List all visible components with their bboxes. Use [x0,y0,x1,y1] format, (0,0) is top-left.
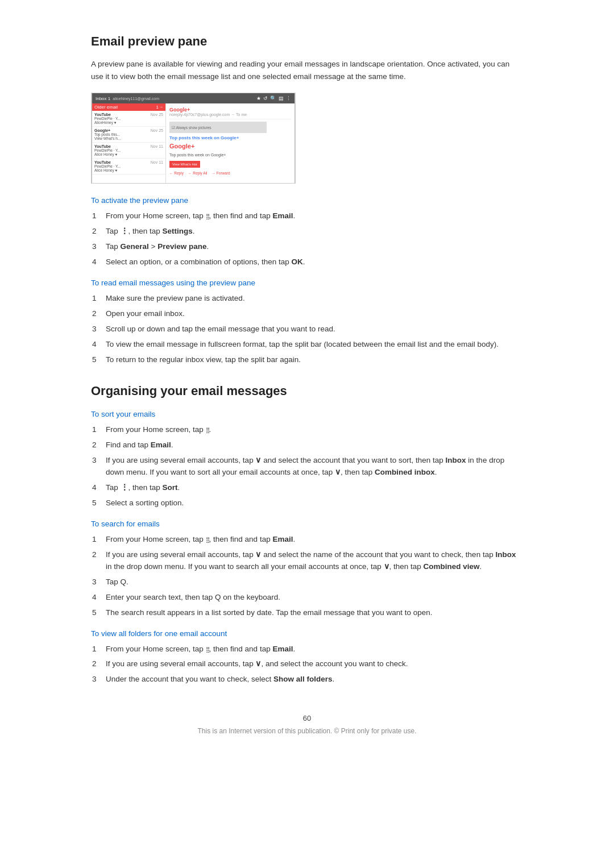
sender-3: YouTube [94,144,111,148]
heading-view-all-folders: To view all folders for one email accoun… [91,629,523,638]
preview-header: Google+ noreply-4p70c7@plus.google.com →… [169,107,291,119]
preview-sender: Google+ [169,107,291,113]
search-icon-top: 🔍 [270,95,276,101]
top-bar-left: Inbox 1 alicehiney111@gmail.com [96,96,159,101]
steps-folders: 1 From your Home screen, tap ⣿, then fin… [91,643,523,686]
step-read-4: 4 To view the email message in fullscree… [91,339,523,351]
preview-image-1: ☑ Always show pictures [169,122,267,133]
folder-label: Older email [94,105,118,110]
preview-subtitle: Top posts this week on Google+ [169,152,291,158]
heading-activate-preview: To activate the preview pane [91,196,523,205]
step-read-2: 2 Open your email inbox. [91,308,523,320]
email-count-badge: 1→ [156,105,163,110]
step-search-4: 4 Enter your search text, then tap Q on … [91,592,523,604]
section-title-organising: Organising your email messages [91,384,523,400]
step-read-5: 5 To return to the regular inbox view, t… [91,354,523,366]
view-whats-hot-button: View What's Hot [169,161,200,168]
screenshot-email-app: Inbox 1 alicehiney111@gmail.com ★ ↺ 🔍 ▤ … [91,93,296,184]
step-sort-4: 4 Tap ⋮, then tap Sort. [91,482,523,494]
step-search-5: 5 The search result appears in a list so… [91,607,523,619]
subsection-read-email-preview: To read email messages using the preview… [91,279,523,366]
subject-1: PewDiePie · Y... [94,117,163,121]
subsection-activate-preview: To activate the preview pane 1 From your… [91,196,523,268]
step-search-1: 1 From your Home screen, tap ⣿, then fin… [91,534,523,546]
step-folders-3: 3 Under the account that you want to che… [91,674,523,686]
steps-activate: 1 From your Home screen, tap ⣿, then fin… [91,210,523,268]
email-item-1: YouTube Nov 25 PewDiePie · Y... AliceHon… [92,111,165,127]
sender-4: YouTube [94,160,111,164]
sender-2: Google+ [94,128,110,132]
step-read-1: 1 Make sure the preview pane is activate… [91,293,523,305]
more-icon: ⋮ [286,95,291,101]
step-sort-2: 2 Find and tap Email. [91,439,523,451]
refresh-icon: ↺ [263,95,268,101]
page-number: 60 [91,714,523,722]
archive-icon: ▤ [279,95,284,101]
section-title-email-preview: Email preview pane [91,34,523,50]
subject-3: PewDiePie · Y... [94,148,163,152]
steps-sort: 1 From your Home screen, tap ⣿. 2 Find a… [91,424,523,509]
email-item-4: YouTube Nov 11 PewDiePie · Y... Alice Ho… [92,159,165,175]
forward-label: → Forward [212,171,230,176]
step-folders-1: 1 From your Home screen, tap ⣿, then fin… [91,643,523,655]
preview-3: Alice Honey ♥ [94,152,163,156]
email-item-3: YouTube Nov 11 PewDiePie · Y... Alice Ho… [92,143,165,159]
preview-action-row: ← Reply ← Reply All → Forward [169,171,291,176]
google-plus-logo: Google+ [169,142,291,151]
email-list-panel: Older email 1→ YouTube Nov 25 PewDiePie … [92,103,166,183]
step-sort-1: 1 From your Home screen, tap ⣿. [91,424,523,436]
steps-search: 1 From your Home screen, tap ⣿, then fin… [91,534,523,619]
footer-note: This is an Internet version of this publ… [91,727,523,735]
step-activate-4: 4 Select an option, or a combination of … [91,256,523,268]
email-list-header: Older email 1→ [92,103,165,111]
preview-4: Alice Honey ♥ [94,168,163,172]
step-sort-3: 3 If you are using several email account… [91,455,523,479]
date-2: Nov 25 [151,128,163,132]
email-address: alicehiney111@gmail.com [113,97,159,101]
subject-4: PewDiePie · Y... [94,164,163,168]
section-organising-email: Organising your email messages To sort y… [91,384,523,686]
step-sort-5: 5 Select a sorting option. [91,497,523,509]
step-activate-1: 1 From your Home screen, tap ⣿, then fin… [91,210,523,222]
steps-read-email: 1 Make sure the preview pane is activate… [91,293,523,366]
top-bar-right: ★ ↺ 🔍 ▤ ⋮ [256,95,291,101]
preview-body: ☑ Always show pictures Top posts this we… [169,122,291,176]
email-item-2: Google+ Nov 25 Top posts this... View Wh… [92,127,165,143]
reply-label: ← Reply [169,171,184,176]
page-content: Email preview pane A preview pane is ava… [91,34,523,735]
date-4: Nov 11 [151,160,163,164]
step-activate-3: 3 Tap General > Preview pane. [91,241,523,253]
preview-2: View What's h... [94,136,163,140]
inbox-label: Inbox 1 [96,96,110,101]
date-1: Nov 25 [151,113,163,117]
subsection-search-emails: To search for emails 1 From your Home sc… [91,520,523,619]
reply-all-label: ← Reply All [188,171,208,176]
subsection-view-all-folders: To view all folders for one email accoun… [91,629,523,686]
preview-to: noreply-4p70c7@plus.google.com → To me [169,113,291,117]
intro-paragraph: A preview pane is available for viewing … [91,58,523,82]
step-activate-2: 2 Tap ⋮, then tap Settings. [91,226,523,238]
star-icon: ★ [256,95,261,101]
date-3: Nov 11 [151,144,163,148]
subject-2: Top posts this... [94,132,163,136]
email-app-screenshot: Inbox 1 alicehiney111@gmail.com ★ ↺ 🔍 ▤ … [92,93,295,184]
heading-read-email-preview: To read email messages using the preview… [91,279,523,287]
step-search-3: 3 Tap Q. [91,576,523,588]
section-email-preview-pane: Email preview pane A preview pane is ava… [91,34,523,366]
app-top-bar: Inbox 1 alicehiney111@gmail.com ★ ↺ 🔍 ▤ … [92,93,294,103]
preview-top-posts: Top posts this week on Google+ [169,135,291,141]
step-read-3: 3 Scroll up or down and tap the email me… [91,323,523,335]
preview-1: AliceHoney ♥ [94,121,163,124]
step-search-2: 2 If you are using several email account… [91,549,523,573]
email-preview-panel: Google+ noreply-4p70c7@plus.google.com →… [166,103,294,183]
step-folders-2: 2 If you are using several email account… [91,658,523,670]
page-footer: 60 This is an Internet version of this p… [91,714,523,735]
always-show-label: ☑ Always show pictures [172,125,211,130]
sender-1: YouTube [94,113,111,117]
heading-search-emails: To search for emails [91,520,523,528]
email-body-area: Older email 1→ YouTube Nov 25 PewDiePie … [92,103,294,183]
subsection-sort-emails: To sort your emails 1 From your Home scr… [91,410,523,509]
heading-sort-emails: To sort your emails [91,410,523,418]
